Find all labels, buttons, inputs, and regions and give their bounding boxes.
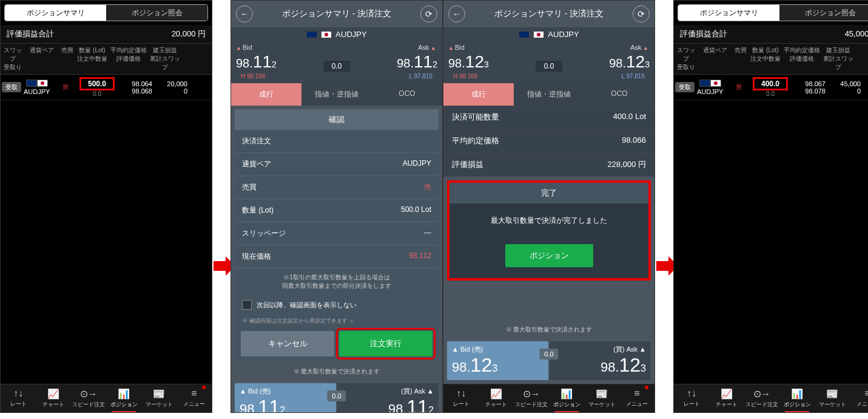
lot-box-highlighted: 500.0 [79,77,115,90]
done-dialog: 完了 最大取引数量で決済が完了しました ポジション [447,180,651,281]
nav-market[interactable]: 📰マーケット [141,384,177,412]
pair-cell: AUDJPY [697,80,733,95]
checkbox-row[interactable]: 次回以降、確認画面を表示しない [235,295,439,315]
spread-box: 0.0 [536,61,563,72]
nav-position[interactable]: 📊ポジション [106,384,141,412]
nav-chart[interactable]: 📈チャート [36,384,71,412]
eval-price: 98.068 [115,87,152,95]
pl-label: 評価損益合計 [7,29,54,39]
nav-position[interactable]: 📊ポジション [549,384,584,412]
ask-buy-button[interactable]: (買) Ask ▲ 98.123 [550,341,651,380]
checkbox-icon[interactable] [242,300,252,310]
tab-limit-stop[interactable]: 指値・逆指値 [301,83,372,106]
page-title: ポジションサマリ - 決済注文 [494,9,604,19]
row-buysell: 売買 [242,182,257,192]
price-header: AUDJPY ▲Bid 98.112 0.0 Ask ▲ 98.112 H 98… [231,27,442,83]
price-header: AUDJPY ▲Bid 98.123 0.0 Ask ▲ 98.123 H 98… [443,27,654,83]
ask-block: Ask ▲ 98.123 [609,41,650,72]
done-message: 最大取引数量で決済が完了しました [449,203,648,238]
tab-position-inquiry[interactable]: ポジション照会 [779,5,868,21]
tab-oco[interactable]: OCO [584,83,654,106]
bid-block: ▲Bid 98.112 [236,41,277,72]
swap-tag[interactable]: 受取 [675,82,695,92]
bottom-nav: ↑↓レート 📈チャート ⊙→スピード注文 📊ポジション 📰マーケット ≡メニュー [1,384,212,412]
low-label: L 97.815 [621,73,645,80]
checkbox-label: 次回以降、確認画面を表示しない [257,301,357,310]
cum-swap: 0 [152,87,187,95]
tab-position-summary[interactable]: ポジションサマリ [5,5,106,21]
eval-price: 98.078 [788,87,826,95]
buy-sell-label: 買 [62,83,77,92]
nav-speed[interactable]: ⊙→スピード注文 [744,384,779,412]
row-available-lot: 決済可能数量 [452,112,499,123]
row-slippage: スリッページ [242,228,286,239]
hdr-bs: 売買 [60,46,75,72]
flag-au-icon [519,31,530,38]
buy-sell-label: 買 [736,83,750,92]
nav-speed[interactable]: ⊙→スピード注文 [514,384,549,412]
tab-limit-stop[interactable]: 指値・逆指値 [514,83,584,106]
back-icon[interactable]: ← [448,5,465,22]
nav-chart[interactable]: 📈チャート [479,384,514,412]
arrow-icon [212,254,230,281]
tab-oco[interactable]: OCO [372,83,442,106]
tab-position-summary[interactable]: ポジションサマリ [678,5,779,21]
bottom-nav: ↑↓レート 📈チャート ⊙→スピード注文 📊ポジション 📰マーケット ≡メニュー [674,384,868,412]
nav-chart[interactable]: 📈チャート [709,384,744,412]
tab-position-inquiry[interactable]: ポジション照会 [106,5,207,21]
big-price-footer: ▲ Bid (売) 98.112 0.0 (買) Ask ▲ 98.112 [231,380,442,413]
bid-block: ▲Bid 98.123 [448,41,489,72]
nav-position[interactable]: 📊ポジション [779,384,815,412]
nav-speed[interactable]: ⊙→スピード注文 [71,384,106,412]
tab-market[interactable]: 成行 [443,83,514,106]
avg-price: 98.064 [115,80,152,87]
flag-au-icon [306,31,317,38]
ask-buy-button[interactable]: (買) Ask ▲ 98.112 [337,383,439,413]
nav-menu[interactable]: ≡メニュー [619,384,654,412]
back-icon[interactable]: ← [236,5,253,22]
position-pl: 20,000 [152,80,187,87]
top-segment: ポジションサマリ ポジション照会 [678,4,868,21]
flag-jp-icon [37,80,48,87]
info-rows: 決済可能数量400.0 Lot 平均約定価格98.066 評価損益228,000… [443,106,654,177]
flag-jp-icon [321,31,332,38]
nav-rate[interactable]: ↑↓レート [443,384,479,412]
refresh-icon[interactable]: ⟳ [420,5,437,22]
refresh-icon[interactable]: ⟳ [633,5,650,22]
cancel-button[interactable]: キャンセル [241,331,334,356]
position-button[interactable]: ポジション [505,244,593,267]
lot-box-highlighted: 400.0 [753,77,788,90]
arrow-icon [655,254,673,281]
nav-rate[interactable]: ↑↓レート [1,384,36,412]
high-label: H 98.166 [453,73,478,80]
low-label: L 97.815 [409,73,432,80]
pair-name: AUDJPY [24,88,50,95]
header-bar: ← ポジションサマリ - 決済注文 ⟳ [443,1,654,27]
execute-button[interactable]: 注文実行 [339,331,432,356]
pl-summary-bar: 評価損益合計 20,000 円 [1,25,212,44]
pair-cell: AUDJPY [24,80,60,95]
nav-market[interactable]: 📰マーケット [584,384,619,412]
nav-menu[interactable]: ≡メニュー [177,384,212,412]
nav-market[interactable]: 📰マーケット [815,384,850,412]
ask-block: Ask ▲ 98.112 [397,41,437,72]
screen-3-close-order-done: ← ポジションサマリ - 決済注文 ⟳ AUDJPY ▲Bid 98.123 0… [443,0,655,413]
position-pl: 45,000 [826,80,861,87]
swap-tag[interactable]: 受取 [2,82,21,92]
bottom-nav: ↑↓レート 📈チャート ⊙→スピード注文 📊ポジション 📰マーケット ≡メニュー [443,384,654,412]
pl-summary-bar: 評価損益合計 45,000 円 [674,25,868,44]
column-headers: スワップ 受取り 通貨ペア 売買 数量 (Lot) 注文中数量 平均約定価格 評… [674,44,868,75]
position-row[interactable]: 受取 AUDJPY 買 400.0 0.0 98.067 98.078 45,0… [674,75,868,100]
position-row[interactable]: 受取 AUDJPY 買 500.0 0.0 98.064 98.068 20,0… [1,75,212,100]
nav-menu[interactable]: ≡メニュー [850,384,868,412]
tab-market[interactable]: 成行 [231,83,301,106]
small-note[interactable]: ※ 確認画面は注文設定から再設定できます ＞ [235,315,439,327]
nav-rate[interactable]: ↑↓レート [674,384,709,412]
flag-au-icon [26,80,37,87]
hdr-pl: 建玉損益 累計スワップ [147,46,183,72]
bid-sell-button[interactable]: ▲ Bid (売) 98.123 [447,341,548,380]
lot-ordered: 0.0 [79,90,115,97]
bid-sell-button[interactable]: ▲ Bid (売) 98.112 [235,383,336,413]
flag-jp-icon [710,80,721,87]
page-title: ポジションサマリ - 決済注文 [282,9,391,19]
